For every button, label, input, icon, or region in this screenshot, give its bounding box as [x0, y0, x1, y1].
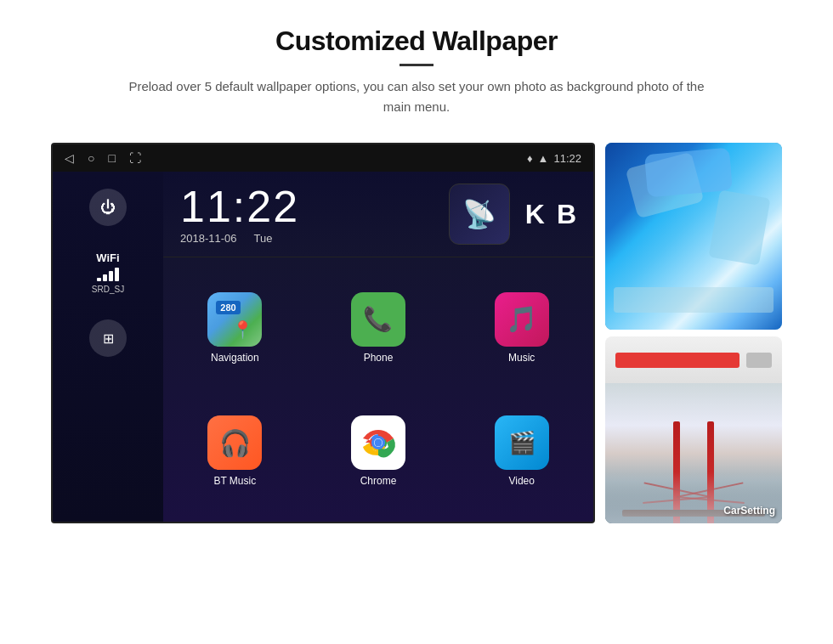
- signal-bar-2: [103, 274, 107, 281]
- title-section: Customized Wallpaper Preload over 5 defa…: [119, 25, 714, 117]
- app-bt-music[interactable]: 🎧 BT Music: [163, 390, 307, 514]
- wifi-signal-bars: [92, 268, 124, 281]
- music-note-icon: 🎵: [506, 304, 537, 334]
- widget-area: 📡 K B: [449, 184, 576, 245]
- wallpaper-carsetting[interactable]: CarSetting: [605, 336, 782, 523]
- day-text: Tue: [254, 232, 273, 245]
- wifi-label: WiFi: [92, 251, 124, 264]
- clock-time-display: 11:22: [180, 184, 449, 229]
- music-letter-b: B: [557, 199, 576, 230]
- clock-info: 11:22 2018-11-06 Tue: [180, 184, 449, 245]
- chrome-icon-container: [351, 415, 405, 470]
- status-bar-left: ◁ ○ □ ⛶: [65, 151, 141, 165]
- ice-cave-image: [605, 143, 782, 330]
- date-text: 2018-11-06: [180, 232, 237, 245]
- app-music[interactable]: 🎵 Music: [450, 266, 593, 390]
- clock-area: 11:22 2018-11-06 Tue 📡 K B: [163, 172, 593, 257]
- radio-wave-icon: 📡: [462, 198, 496, 230]
- signal-bar-1: [97, 278, 101, 281]
- back-arrow-icon[interactable]: ◁: [65, 151, 74, 165]
- apps-grid: 280 📍 Navigation 📞 Phone: [163, 257, 593, 522]
- title-divider: [400, 64, 434, 66]
- phone-icon: 📞: [351, 292, 405, 347]
- carsetting-label: CarSetting: [723, 505, 775, 517]
- music-label: Music: [508, 352, 535, 364]
- signal-bar-4: [115, 268, 119, 281]
- page-container: Customized Wallpaper Preload over 5 defa…: [0, 0, 833, 644]
- bt-music-label: BT Music: [213, 475, 256, 487]
- wifi-ssid: SRD_SJ: [92, 285, 124, 294]
- screen-body: ⏻ WiFi SRD_SJ ⊞: [53, 172, 593, 522]
- app-phone[interactable]: 📞 Phone: [307, 266, 450, 390]
- bt-music-icon: 🎧: [207, 415, 262, 470]
- bluetooth-icon: 🎧: [219, 428, 251, 458]
- video-clapper-icon: 🎬: [508, 430, 536, 456]
- status-bar: ◁ ○ □ ⛶ ♦ ▲ 11:22: [53, 144, 593, 172]
- nav-badge: 280: [216, 301, 240, 314]
- wifi-section: WiFi SRD_SJ: [92, 251, 124, 294]
- map-marker: 📍: [232, 319, 253, 340]
- chrome-icon-svg: [359, 423, 398, 462]
- wifi-icon: ▲: [538, 152, 549, 165]
- bridge-image: [605, 383, 782, 523]
- status-bar-right: ♦ ▲ 11:22: [527, 152, 581, 165]
- navigation-label: Navigation: [211, 352, 259, 364]
- carsetting-grey-bar: [746, 353, 772, 368]
- carsetting-bar: [605, 336, 782, 383]
- svg-point-5: [374, 439, 382, 447]
- navigation-icon: 280 📍: [207, 292, 262, 347]
- wallpaper-ice-cave[interactable]: [605, 143, 782, 330]
- music-letter-k: K: [525, 199, 545, 230]
- gps-icon: ♦: [527, 152, 533, 165]
- left-sidebar: ⏻ WiFi SRD_SJ ⊞: [53, 172, 163, 522]
- music-icon: 🎵: [495, 292, 549, 347]
- signal-bar-3: [109, 271, 113, 281]
- ice-block-3: [644, 148, 733, 198]
- video-label: Video: [508, 475, 534, 487]
- screen-main: 11:22 2018-11-06 Tue 📡 K B: [163, 172, 593, 522]
- power-icon: ⏻: [100, 199, 116, 217]
- home-icon[interactable]: ○: [88, 151, 94, 165]
- carsetting-red-bar: [615, 353, 740, 368]
- recent-apps-icon[interactable]: □: [108, 151, 115, 165]
- clock-date-display: 2018-11-06 Tue: [180, 232, 449, 245]
- chrome-label: Chrome: [360, 475, 397, 487]
- apps-grid-button[interactable]: ⊞: [89, 319, 127, 357]
- ice-floor: [614, 287, 774, 313]
- app-video[interactable]: 🎬 Video: [450, 390, 593, 514]
- status-time: 11:22: [553, 152, 581, 165]
- radio-widget[interactable]: 📡: [449, 184, 510, 245]
- power-button[interactable]: ⏻: [89, 189, 127, 226]
- app-navigation[interactable]: 280 📍 Navigation: [163, 266, 307, 390]
- content-area: ◁ ○ □ ⛶ ♦ ▲ 11:22 ⏻: [51, 143, 782, 523]
- wallpaper-panel: CarSetting: [605, 143, 782, 523]
- page-title: Customized Wallpaper: [119, 25, 714, 57]
- page-subtitle: Preload over 5 default wallpaper options…: [119, 76, 714, 117]
- phone-handset-icon: 📞: [363, 305, 393, 333]
- grid-icon: ⊞: [103, 330, 114, 347]
- app-chrome[interactable]: Chrome: [307, 390, 450, 514]
- android-device-screen: ◁ ○ □ ⛶ ♦ ▲ 11:22 ⏻: [51, 143, 595, 523]
- screenshot-icon[interactable]: ⛶: [129, 151, 141, 165]
- phone-label: Phone: [364, 352, 394, 364]
- video-icon: 🎬: [495, 415, 549, 470]
